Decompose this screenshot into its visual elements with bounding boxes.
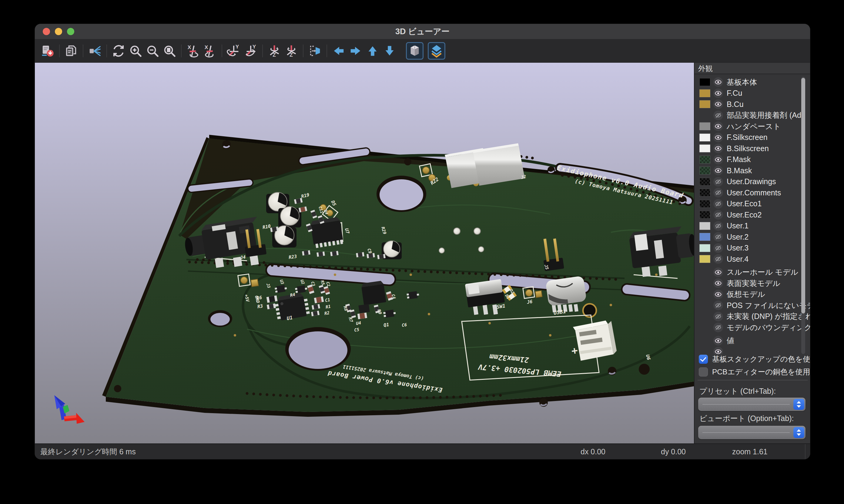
visibility-toggle[interactable] <box>713 111 723 120</box>
visibility-toggle[interactable] <box>713 199 723 209</box>
layer-swatch[interactable] <box>700 78 710 86</box>
svg-text:R6: R6 <box>256 295 262 301</box>
flip-board-button[interactable] <box>307 42 324 59</box>
layer-label: User.3 <box>727 244 748 252</box>
visibility-toggle[interactable] <box>713 155 723 164</box>
layer-swatch[interactable] <box>700 167 710 175</box>
layer-swatch[interactable] <box>700 189 710 197</box>
viewport-dropdown[interactable] <box>698 426 806 439</box>
svg-text:C6: C6 <box>401 322 407 328</box>
visibility-toggle[interactable] <box>713 336 723 346</box>
layer-row: 基板本体 <box>694 77 810 88</box>
svg-text:R3: R3 <box>257 303 263 309</box>
rotate-y-ccw-button[interactable]: Y <box>242 42 259 59</box>
pan-down-button[interactable] <box>381 42 398 59</box>
rotate-z-cw-button[interactable]: Z <box>266 42 283 59</box>
layer-label: User.2 <box>727 233 748 241</box>
visibility-toggle[interactable] <box>713 267 723 277</box>
layer-swatch[interactable] <box>700 133 710 141</box>
preset-dropdown[interactable] <box>698 398 806 411</box>
visibility-toggle[interactable] <box>713 278 723 288</box>
visibility-toggle[interactable] <box>713 347 723 355</box>
3d-viewport[interactable]: Exidiophone v6.0 Audio Board (c) Tomoya … <box>35 63 694 444</box>
layer-row: F.Mask <box>694 154 810 165</box>
status-bar: 最終レンダリング時間 6 ms dx 0.00 dy 0.00 zoom 1.6… <box>35 444 810 460</box>
layer-swatch[interactable] <box>700 255 710 263</box>
layer-swatch[interactable] <box>700 100 710 108</box>
svg-text:SW1: SW1 <box>496 303 506 310</box>
checkbox-row: 基板スタックアップの色を使用 <box>699 354 810 364</box>
layer-row: 部品実装用接着剤 (Adh <box>694 110 810 121</box>
layer-row: B.Silkscreen <box>694 143 810 154</box>
svg-text:R2: R2 <box>324 310 330 316</box>
visibility-toggle[interactable] <box>713 122 723 131</box>
toolbar-separator <box>222 44 222 57</box>
visibility-toggle[interactable] <box>713 254 723 264</box>
layer-row: User.Drawings <box>694 176 810 187</box>
status-zoom: zoom 1.61 <box>732 444 768 459</box>
visibility-toggle[interactable] <box>713 133 723 142</box>
scrollbar-thumb[interactable] <box>801 78 805 313</box>
layer-swatch[interactable] <box>700 233 710 241</box>
layer-label: User.1 <box>727 221 748 230</box>
zoom-out-button[interactable] <box>144 42 161 59</box>
visibility-toggle[interactable] <box>713 243 723 253</box>
pan-left-button[interactable] <box>330 42 347 59</box>
metal-can <box>472 143 525 186</box>
checkbox-label: 基板スタックアップの色を使用 <box>712 354 810 364</box>
visibility-toggle[interactable] <box>713 210 723 220</box>
visibility-toggle[interactable] <box>713 100 723 109</box>
visibility-toggle[interactable] <box>713 312 723 321</box>
layer-row: User.1 <box>694 220 810 232</box>
visibility-toggle[interactable] <box>713 166 723 175</box>
layer-label: B.Cu <box>727 100 744 109</box>
layer-swatch[interactable] <box>700 122 710 130</box>
layer-swatch[interactable] <box>700 178 710 186</box>
use-stackup-colors-checkbox[interactable] <box>699 355 708 364</box>
raytracing-render-button[interactable] <box>86 42 103 59</box>
layer-row: F.Silkscreen <box>694 132 810 143</box>
layer-label: F.Mask <box>727 155 751 164</box>
toolbar: X X Y Y Z Z <box>35 39 810 63</box>
svg-text:U4: U4 <box>356 321 361 326</box>
refresh-view-button[interactable] <box>110 42 127 59</box>
zoom-to-fit-button[interactable] <box>161 42 178 59</box>
visibility-toggle[interactable] <box>713 77 723 87</box>
visibility-toggle[interactable] <box>713 177 723 186</box>
layer-swatch[interactable] <box>700 222 710 230</box>
rotate-x-ccw-button[interactable]: X <box>202 42 219 59</box>
capacitor <box>278 206 302 228</box>
layer-swatch[interactable] <box>700 211 710 219</box>
visibility-toggle[interactable] <box>713 144 723 153</box>
toolbar-separator <box>303 44 304 57</box>
status-dx: dx 0.00 <box>581 444 605 459</box>
checkbox-row: PCBエディターの銅色を使用 <box>699 367 810 377</box>
visibility-toggle[interactable] <box>713 88 723 98</box>
rotate-z-ccw-button[interactable]: Z <box>283 42 300 59</box>
visibility-toggle[interactable] <box>713 301 723 310</box>
visibility-toggle[interactable] <box>713 221 723 231</box>
export-image-button[interactable] <box>39 42 56 59</box>
pan-right-button[interactable] <box>347 42 364 59</box>
layer-label: User.Comments <box>727 188 781 197</box>
orthographic-projection-toggle[interactable] <box>406 42 424 60</box>
zoom-in-button[interactable] <box>127 42 144 59</box>
copy-button[interactable] <box>63 42 80 59</box>
svg-text:R1: R1 <box>325 304 331 309</box>
layer-swatch[interactable] <box>700 244 710 252</box>
svg-text:X: X <box>205 44 208 50</box>
layer-swatch[interactable] <box>700 89 710 97</box>
rotate-y-cw-button[interactable]: Y <box>225 42 242 59</box>
layer-swatch[interactable] <box>700 156 710 164</box>
visibility-toggle[interactable] <box>713 232 723 242</box>
pan-up-button[interactable] <box>364 42 381 59</box>
preset-label: プリセット (Ctrl+Tab): <box>700 386 776 396</box>
use-pcb-editor-copper-checkbox[interactable] <box>699 367 708 377</box>
rotate-x-cw-button[interactable]: X <box>185 42 202 59</box>
visibility-toggle[interactable] <box>713 290 723 299</box>
visibility-toggle[interactable] <box>713 188 723 197</box>
layer-swatch[interactable] <box>700 144 710 152</box>
appearance-layers-toggle[interactable] <box>428 42 445 60</box>
visibility-toggle[interactable] <box>713 323 723 332</box>
layer-swatch[interactable] <box>700 200 710 208</box>
